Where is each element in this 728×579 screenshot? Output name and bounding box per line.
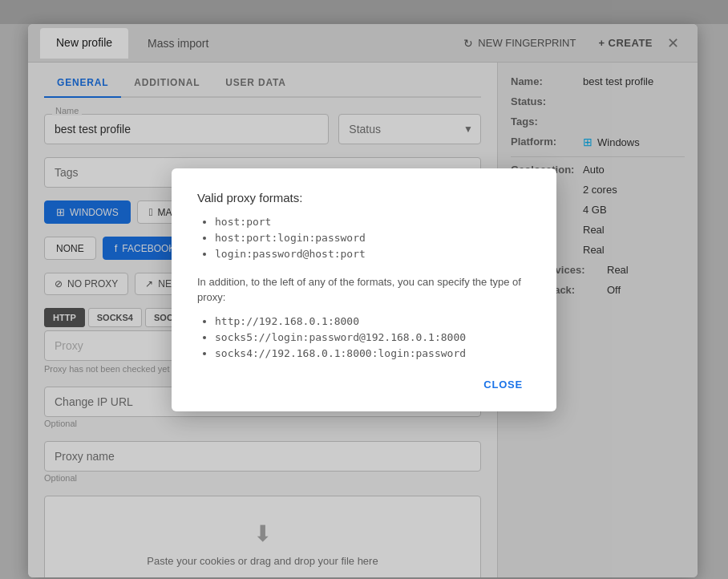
format-item-1: host:port [215,216,531,228]
example-item-3: socks4://192.168.0.1:8000:login:password [215,347,531,359]
tooltip-title: Valid proxy formats: [197,191,531,204]
tooltip-formats-list: host:port host:port:login:password login… [197,216,531,260]
tooltip-examples-list: http://192.168.0.1:8000 socks5://login:p… [197,315,531,359]
format-item-2: host:port:login:password [215,232,531,244]
tooltip-overlay: Valid proxy formats: host:port host:port… [0,0,728,579]
tooltip-close-button[interactable]: CLOSE [475,374,531,395]
tooltip-description: In addition, to the left of any of the f… [197,274,531,306]
tooltip-modal: Valid proxy formats: host:port host:port… [172,168,556,411]
tooltip-close-row: CLOSE [197,374,531,395]
format-item-3: login:password@host:port [215,248,531,260]
example-item-1: http://192.168.0.1:8000 [215,315,531,327]
example-item-2: socks5://login:password@192.168.0.1:8000 [215,331,531,343]
